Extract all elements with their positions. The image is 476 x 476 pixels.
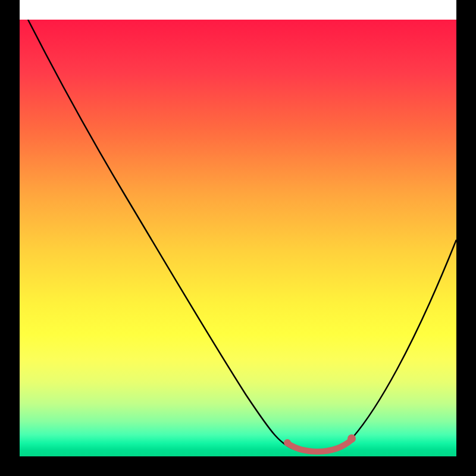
frame-right xyxy=(456,0,476,476)
frame-bottom xyxy=(0,456,476,476)
watermark-text: TheBottleneck.com xyxy=(349,0,470,15)
optimal-start-dot xyxy=(284,439,291,446)
chart-svg xyxy=(20,20,456,456)
curve-group xyxy=(28,20,456,452)
frame-top-left-corner xyxy=(0,0,20,20)
chart-container: TheBottleneck.com xyxy=(0,0,476,476)
plot-area xyxy=(20,20,456,456)
optimal-zone-marker xyxy=(287,440,352,452)
frame-left xyxy=(0,0,20,476)
bottleneck-curve xyxy=(28,20,456,451)
optimal-end-dot xyxy=(347,434,356,443)
